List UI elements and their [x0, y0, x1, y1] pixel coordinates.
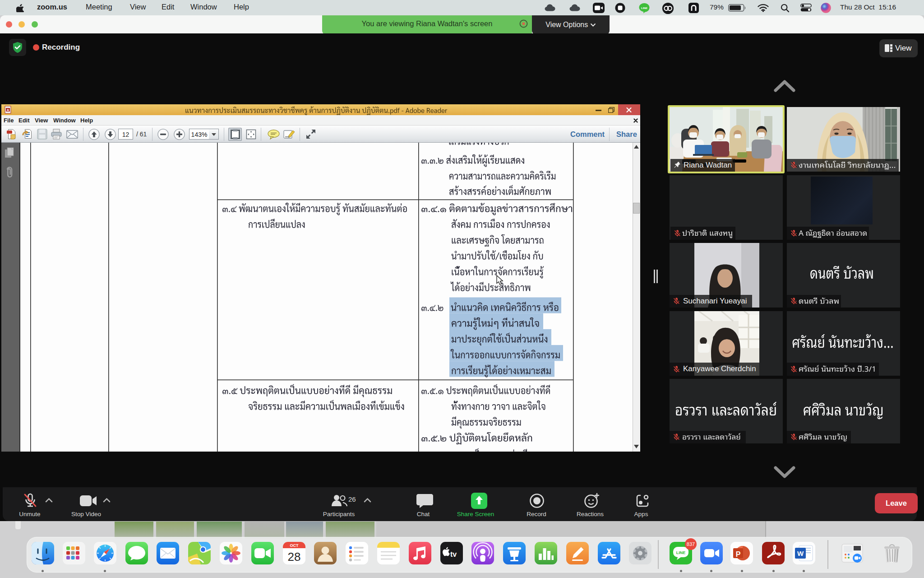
svg-text:LINE: LINE	[641, 6, 647, 9]
svg-text:OCT: OCT	[290, 543, 299, 548]
svg-text:P: P	[736, 550, 741, 558]
svg-text:LINE: LINE	[676, 550, 686, 555]
svg-text:W: W	[797, 550, 804, 557]
svg-text:A: A	[7, 108, 9, 112]
svg-text:28: 28	[287, 550, 300, 564]
svg-text:tv: tv	[450, 550, 457, 558]
